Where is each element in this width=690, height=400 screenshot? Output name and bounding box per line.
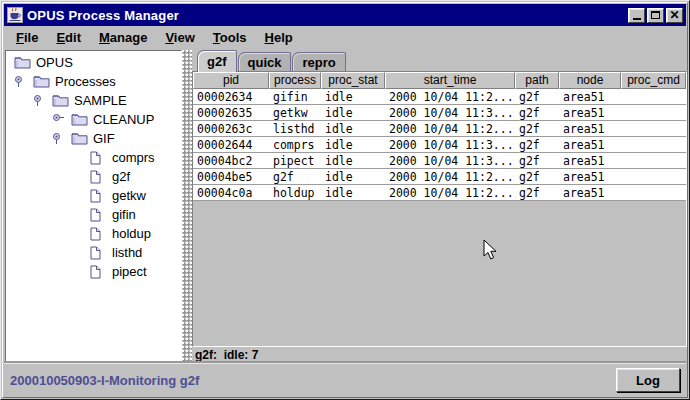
column-header-pid[interactable]: pid bbox=[193, 72, 269, 89]
tree-item-label: Processes bbox=[53, 74, 116, 89]
process-tree-panel: OPUSProcessesSAMPLECLEANUPGIFcomprsg2fge… bbox=[5, 50, 182, 363]
tree-item-opus[interactable]: OPUS bbox=[6, 53, 181, 72]
tree-handle-spacer bbox=[71, 170, 90, 183]
collapsed-handle-icon[interactable] bbox=[52, 113, 71, 126]
tree-item-label: CLEANUP bbox=[91, 112, 154, 127]
cell-proc_cmd bbox=[621, 169, 686, 184]
tree-item-g2f[interactable]: g2f bbox=[6, 167, 181, 186]
tree-item-comprs[interactable]: comprs bbox=[6, 148, 181, 167]
tab-g2f[interactable]: g2f bbox=[197, 50, 237, 72]
minimize-button[interactable] bbox=[628, 8, 645, 23]
split-pane-divider[interactable] bbox=[182, 50, 192, 363]
tree-handle-spacer bbox=[71, 265, 90, 278]
column-header-path[interactable]: path bbox=[515, 72, 559, 89]
opus-process-manager-window: { "window": { "title": "OPUS Process Man… bbox=[0, 0, 690, 400]
cell-pid: 00002635 bbox=[193, 105, 269, 120]
cell-pid: 00002644 bbox=[193, 137, 269, 152]
process-table: pidprocessproc_statstart_timepathnodepro… bbox=[192, 71, 687, 347]
cell-pid: 0000263c bbox=[193, 121, 269, 136]
menu-edit[interactable]: Edit bbox=[47, 28, 90, 47]
menu-bar: FileEditManageViewToolsHelp bbox=[4, 26, 686, 49]
tree-item-sample[interactable]: SAMPLE bbox=[6, 91, 181, 110]
cell-proc_stat: idle bbox=[321, 169, 385, 184]
tree-item-holdup[interactable]: holdup bbox=[6, 224, 181, 243]
folder-icon bbox=[71, 132, 91, 145]
tree-handle-spacer bbox=[71, 227, 90, 240]
cell-node: area51 bbox=[559, 185, 621, 200]
tree-item-processes[interactable]: Processes bbox=[6, 72, 181, 91]
menu-tools[interactable]: Tools bbox=[204, 28, 256, 47]
table-row[interactable]: 00002634gifinidle2000 10/04 11:2...g2far… bbox=[193, 89, 686, 105]
status-bar: 200010050903-I-Monitoring g2f Log bbox=[4, 363, 686, 396]
tree-item-getkw[interactable]: getkw bbox=[6, 186, 181, 205]
tree-item-pipect[interactable]: pipect bbox=[6, 262, 181, 281]
cell-node: area51 bbox=[559, 89, 621, 104]
cell-path: g2f bbox=[515, 89, 559, 104]
tab-quick[interactable]: quick bbox=[238, 52, 292, 71]
folder-icon bbox=[14, 56, 34, 69]
expanded-handle-icon[interactable] bbox=[52, 132, 71, 145]
tree-item-label: pipect bbox=[110, 264, 147, 279]
tree-item-gif[interactable]: GIF bbox=[6, 129, 181, 148]
table-row[interactable]: 00004bc2pipectidle2000 10/04 11:3...g2fa… bbox=[193, 153, 686, 169]
tree-handle-spacer bbox=[71, 246, 90, 259]
tree-item-label: GIF bbox=[91, 131, 115, 146]
cell-proc_cmd bbox=[621, 105, 686, 120]
table-row[interactable]: 0000263clisthdidle2000 10/04 11:2...g2fa… bbox=[193, 121, 686, 137]
cell-process: getkw bbox=[269, 105, 321, 120]
cell-proc_stat: idle bbox=[321, 105, 385, 120]
menu-manage[interactable]: Manage bbox=[90, 28, 156, 47]
menu-file[interactable]: File bbox=[7, 28, 47, 47]
tree-item-gifin[interactable]: gifin bbox=[6, 205, 181, 224]
column-header-start_time[interactable]: start_time bbox=[385, 72, 515, 89]
tree-item-label: SAMPLE bbox=[72, 93, 127, 108]
cell-proc_cmd bbox=[621, 185, 686, 200]
cell-start_time: 2000 10/04 11:2... bbox=[385, 121, 515, 136]
log-button[interactable]: Log bbox=[616, 368, 680, 392]
cell-start_time: 2000 10/04 11:2... bbox=[385, 169, 515, 184]
column-header-proc_stat[interactable]: proc_stat bbox=[321, 72, 385, 89]
cell-path: g2f bbox=[515, 169, 559, 184]
table-row[interactable]: 00004c0aholdupidle2000 10/04 11:2...g2fa… bbox=[193, 185, 686, 201]
table-row[interactable]: 00002635getkwidle2000 10/04 11:3...g2far… bbox=[193, 105, 686, 121]
cell-start_time: 2000 10/04 11:2... bbox=[385, 89, 515, 104]
table-row[interactable]: 00004be5g2fidle2000 10/04 11:2...g2farea… bbox=[193, 169, 686, 185]
cell-proc_cmd bbox=[621, 137, 686, 152]
process-view-panel: g2fquickrepro pidprocessproc_statstart_t… bbox=[192, 49, 687, 363]
column-header-proc_cmd[interactable]: proc_cmd bbox=[621, 72, 686, 89]
pipeline-status-label: g2f: idle: 7 bbox=[192, 348, 258, 363]
tree-item-label: getkw bbox=[110, 188, 146, 203]
tree-item-label: listhd bbox=[110, 245, 142, 260]
tree-item-label: holdup bbox=[110, 226, 151, 241]
cell-process: listhd bbox=[269, 121, 321, 136]
folder-icon bbox=[33, 75, 53, 88]
cell-path: g2f bbox=[515, 153, 559, 168]
menu-view[interactable]: View bbox=[156, 28, 203, 47]
tree-item-label: OPUS bbox=[34, 55, 73, 70]
cell-proc_stat: idle bbox=[321, 153, 385, 168]
file-icon bbox=[90, 189, 110, 203]
menu-help[interactable]: Help bbox=[256, 28, 302, 47]
tab-repro[interactable]: repro bbox=[292, 52, 345, 71]
title-bar[interactable]: OPUS Process Manager ✕ bbox=[4, 4, 686, 26]
tree-item-listhd[interactable]: listhd bbox=[6, 243, 181, 262]
cell-process: g2f bbox=[269, 169, 321, 184]
cell-proc_stat: idle bbox=[321, 137, 385, 152]
cell-start_time: 2000 10/04 11:3... bbox=[385, 137, 515, 152]
minimize-icon bbox=[633, 18, 641, 20]
tree-item-label: g2f bbox=[110, 169, 130, 184]
tab-bar: g2fquickrepro bbox=[192, 49, 687, 71]
expanded-handle-icon[interactable] bbox=[14, 75, 33, 88]
expanded-handle-icon[interactable] bbox=[33, 94, 52, 107]
column-header-process[interactable]: process bbox=[269, 72, 321, 89]
column-header-node[interactable]: node bbox=[559, 72, 621, 89]
file-icon bbox=[90, 151, 110, 165]
tree-item-cleanup[interactable]: CLEANUP bbox=[6, 110, 181, 129]
close-button[interactable]: ✕ bbox=[666, 8, 683, 23]
cell-node: area51 bbox=[559, 153, 621, 168]
maximize-button[interactable] bbox=[647, 8, 664, 23]
status-message: 200010050903-I-Monitoring g2f bbox=[10, 373, 199, 388]
file-icon bbox=[90, 246, 110, 260]
cell-process: gifin bbox=[269, 89, 321, 104]
table-row[interactable]: 00002644comprsidle2000 10/04 11:3...g2fa… bbox=[193, 137, 686, 153]
